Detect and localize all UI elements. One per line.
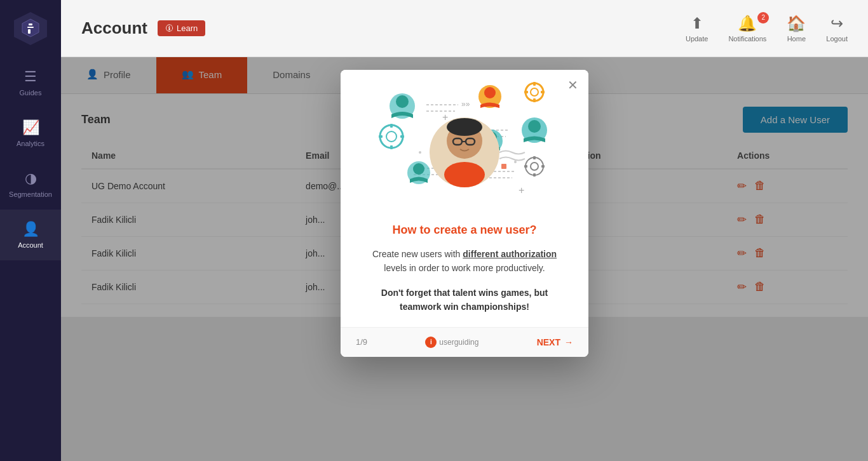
learn-badge[interactable]: 🛈 Learn	[158, 20, 205, 36]
sidebar-logo[interactable]	[0, 0, 61, 57]
svg-point-47	[528, 120, 541, 133]
svg-rect-49	[501, 164, 506, 169]
header-actions: ⬆ Update 2 🔔 Notifications 🏠 Home ↪ Logo…	[686, 15, 848, 43]
sidebar-item-guides[interactable]: ☰ Guides	[0, 57, 61, 108]
svg-point-34	[526, 157, 543, 175]
logout-action[interactable]: ↪ Logout	[826, 15, 848, 43]
modal-next-button[interactable]: NEXT →	[537, 337, 573, 347]
next-arrow-icon: →	[564, 337, 573, 347]
modal-title: How to create a new user?	[361, 224, 568, 237]
logout-icon: ↪	[831, 15, 843, 32]
update-action[interactable]: ⬆ Update	[686, 15, 708, 43]
modal-text-bold: different authorization	[463, 249, 557, 259]
home-action[interactable]: 🏠 Home	[787, 15, 806, 43]
main-area: Account 🛈 Learn ⬆ Update 2 🔔 Notificatio…	[61, 0, 868, 461]
svg-rect-30	[390, 124, 393, 128]
home-icon: 🏠	[787, 15, 806, 32]
modal-description: Create new users with different authoriz…	[361, 247, 568, 276]
svg-rect-32	[400, 135, 404, 138]
sidebar-item-segmentation[interactable]: ◑ Segmentation	[0, 159, 61, 210]
modal-footer: 1/9 i userguiding NEXT →	[341, 327, 588, 357]
svg-rect-37	[533, 173, 536, 177]
learn-icon: 🛈	[165, 23, 173, 33]
svg-point-14	[419, 151, 421, 154]
segmentation-icon: ◑	[25, 170, 37, 187]
bell-icon: 🔔	[738, 15, 757, 32]
new-user-modal: ✕	[341, 70, 588, 357]
logout-label: Logout	[826, 35, 848, 43]
modal-wrapper: ✕	[341, 70, 588, 357]
header: Account 🛈 Learn ⬆ Update 2 🔔 Notificatio…	[61, 0, 868, 57]
analytics-icon: 📈	[22, 119, 39, 136]
logo-icon	[14, 12, 47, 45]
svg-rect-2	[27, 27, 34, 28]
svg-point-28	[380, 125, 403, 148]
content-area: 👤 Profile 👥 Team Domains 💳 Subscription …	[61, 57, 868, 461]
svg-rect-25	[533, 98, 536, 102]
upload-icon: ⬆	[691, 15, 703, 32]
userguiding-logo: i userguiding	[425, 337, 478, 348]
notifications-label: Notifications	[728, 35, 766, 43]
modal-text2: Don't forget that talent wins games, but…	[361, 286, 568, 314]
svg-rect-38	[541, 165, 545, 168]
learn-label: Learn	[177, 23, 198, 33]
svg-point-53	[447, 118, 482, 136]
svg-rect-31	[390, 145, 393, 149]
userguiding-label: userguiding	[439, 338, 478, 347]
modal-page-indicator: 1/9	[356, 337, 367, 347]
sidebar-item-account[interactable]: 👤 Account	[0, 210, 61, 260]
modal-text-prefix: Create new users with	[372, 249, 463, 259]
svg-text:+: +	[519, 185, 524, 196]
svg-point-13	[514, 161, 517, 163]
update-label: Update	[686, 35, 708, 43]
modal-text-suffix: levels in order to work more productivel…	[384, 263, 545, 273]
next-label: NEXT	[537, 337, 560, 347]
notification-count: 2	[757, 12, 769, 23]
svg-point-29	[386, 131, 397, 142]
svg-point-51	[444, 162, 485, 187]
svg-point-21	[484, 87, 496, 98]
guides-icon: ☰	[24, 69, 37, 85]
ug-brand-icon: i	[425, 337, 437, 348]
svg-point-41	[396, 95, 409, 108]
svg-rect-33	[379, 135, 383, 138]
svg-text:+: +	[442, 112, 448, 123]
home-label: Home	[787, 35, 806, 43]
svg-rect-24	[533, 82, 536, 86]
sidebar-item-analytics[interactable]: 📈 Analytics	[0, 108, 61, 159]
modal-body: How to create a new user? Create new use…	[341, 203, 588, 327]
modal-close-button[interactable]: ✕	[567, 77, 578, 93]
account-icon: 👤	[22, 221, 39, 237]
page-title: Account	[81, 18, 147, 38]
svg-rect-39	[524, 165, 527, 168]
svg-point-35	[531, 163, 538, 170]
modal-illustration: + + »» »» »»	[341, 70, 588, 203]
svg-rect-36	[533, 156, 536, 159]
notifications-action[interactable]: 2 🔔 Notifications	[728, 15, 766, 43]
svg-rect-1	[29, 23, 32, 25]
svg-rect-27	[524, 91, 528, 93]
svg-text:»»: »»	[461, 100, 470, 109]
modal-overlay[interactable]: ✕	[61, 57, 868, 461]
svg-rect-3	[28, 29, 31, 34]
svg-point-23	[531, 88, 538, 96]
svg-point-22	[526, 83, 543, 101]
svg-rect-26	[541, 91, 545, 93]
svg-point-45	[413, 163, 424, 175]
sidebar: ☰ Guides 📈 Analytics ◑ Segmentation 👤 Ac…	[0, 0, 61, 461]
